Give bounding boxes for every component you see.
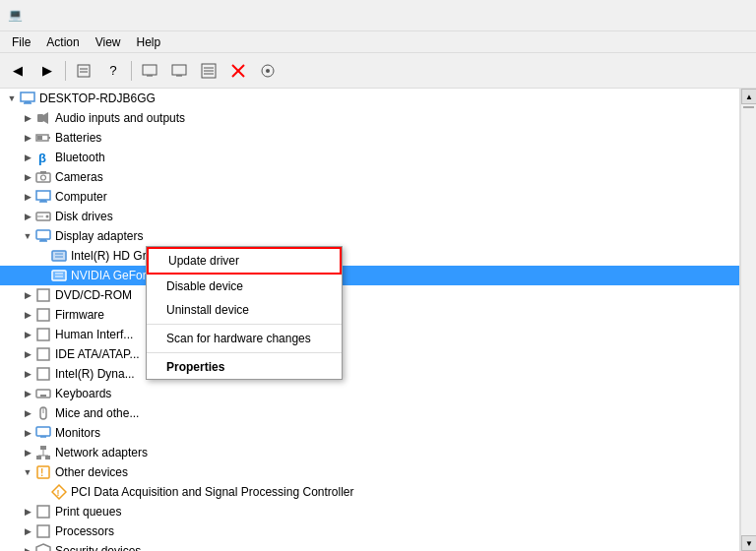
expander-icon[interactable]: ▶ [20, 543, 35, 551]
toolbar-remove[interactable] [224, 57, 252, 85]
tree-item[interactable]: ▼!Other devices [0, 462, 739, 482]
context-menu-item[interactable]: Properties [147, 355, 342, 379]
toolbar-back[interactable]: ◀ [4, 57, 32, 85]
scroll-down-arrow[interactable]: ▼ [741, 535, 756, 551]
tree-item[interactable]: ▶Batteries [0, 128, 739, 148]
menu-help[interactable]: Help [129, 33, 169, 51]
tree-item-label: Processors [55, 524, 114, 538]
tree-item-label: Human Interf... [55, 328, 133, 341]
toolbar-properties[interactable] [70, 57, 97, 85]
toolbar: ◀ ▶ ? [0, 53, 756, 89]
tree-item[interactable]: ▶IDE ATA/ATAP... [0, 344, 739, 364]
tree-item[interactable]: ▶Print queues [0, 502, 739, 521]
tree-item[interactable]: ▶Firmware [0, 305, 739, 325]
tree-item-label: Disk drives [55, 210, 113, 223]
toolbar-sep2 [131, 61, 132, 81]
tree-item[interactable]: ▶Audio inputs and outputs [0, 108, 739, 128]
context-menu-item[interactable]: Uninstall device [147, 298, 342, 322]
toolbar-help[interactable]: ? [99, 57, 127, 85]
generic-icon [35, 523, 51, 539]
expander-icon[interactable]: ▶ [20, 366, 35, 382]
tree-item[interactable]: ▶Disk drives [0, 207, 739, 226]
expander-icon[interactable]: ▶ [20, 425, 35, 441]
tree-item[interactable]: ▶Processors [0, 521, 739, 541]
scroll-track[interactable] [741, 104, 756, 535]
context-menu-item[interactable]: Update driver [147, 247, 342, 275]
expander-placeholder [35, 248, 51, 264]
menu-file[interactable]: File [4, 33, 38, 51]
tree-item[interactable]: NVIDIA GeForce 940M [0, 266, 739, 285]
toolbar-display1[interactable] [136, 57, 163, 85]
vertical-scrollbar[interactable]: ▲ ▼ [740, 89, 756, 551]
expander-icon[interactable]: ▶ [20, 307, 35, 323]
expander-icon[interactable]: ▶ [20, 287, 35, 303]
expander-icon[interactable]: ▶ [20, 150, 35, 165]
svg-rect-59 [36, 456, 41, 459]
expander-icon[interactable]: ▼ [20, 228, 35, 244]
tree-item[interactable]: ▶Cameras [0, 167, 739, 187]
tree-item[interactable]: Intel(R) HD Graphics 520 [0, 246, 739, 266]
context-menu-separator [147, 352, 342, 353]
maximize-button[interactable] [656, 0, 701, 31]
svg-rect-60 [45, 456, 50, 459]
minimize-button[interactable] [608, 0, 654, 31]
scroll-thumb[interactable] [743, 106, 754, 108]
tree-item[interactable]: ▶Monitors [0, 423, 739, 443]
expander-icon[interactable]: ▶ [20, 169, 35, 185]
svg-rect-56 [36, 427, 50, 436]
close-button[interactable] [703, 0, 748, 31]
generic-icon [35, 307, 51, 323]
toolbar-forward[interactable]: ▶ [33, 57, 61, 85]
security-icon [35, 543, 51, 551]
tree-item[interactable]: ▶Network adapters [0, 443, 739, 462]
expander-icon[interactable]: ▶ [20, 209, 35, 224]
tree-item-label: DVD/CD-ROM [55, 288, 132, 302]
svg-rect-48 [37, 368, 49, 380]
expander-icon[interactable]: ▼ [4, 91, 20, 106]
svg-rect-40 [52, 271, 66, 280]
tree-item-label: Network adapters [55, 446, 148, 459]
tree-item[interactable]: ▼Display adapters [0, 226, 739, 246]
svg-text:!: ! [40, 467, 43, 478]
scroll-up-arrow[interactable]: ▲ [741, 89, 756, 104]
menu-view[interactable]: View [88, 33, 129, 51]
tree-item[interactable]: ▶Human Interf... [0, 325, 739, 344]
tree-item-label: Monitors [55, 426, 100, 440]
tree-item[interactable]: ▶DVD/CD-ROM [0, 285, 739, 305]
toolbar-scan[interactable] [254, 57, 282, 85]
toolbar-sep1 [65, 61, 66, 81]
expander-icon[interactable]: ▶ [20, 386, 35, 401]
scan-icon [260, 63, 276, 79]
expander-icon[interactable]: ▶ [20, 327, 35, 342]
computer-icon [35, 189, 51, 205]
tree-item[interactable]: ▶Security devices [0, 541, 739, 551]
svg-rect-3 [143, 65, 157, 75]
gpu-icon [51, 268, 67, 283]
expander-icon[interactable]: ▶ [20, 110, 35, 126]
expander-icon[interactable]: ▶ [20, 504, 35, 520]
context-menu-item[interactable]: Disable device [147, 275, 342, 298]
expander-icon[interactable]: ▶ [20, 405, 35, 421]
expander-icon[interactable]: ▶ [20, 189, 35, 205]
context-menu-separator [147, 324, 342, 325]
expander-icon[interactable]: ▶ [20, 130, 35, 146]
tree-item[interactable]: !PCI Data Acquisition and Signal Process… [0, 482, 739, 502]
expander-icon[interactable]: ▼ [20, 464, 35, 480]
tree-item[interactable]: ▼DESKTOP-RDJB6GG [0, 89, 739, 108]
tree-item[interactable]: ▶Intel(R) Dyna... [0, 364, 739, 384]
toolbar-list[interactable] [195, 57, 222, 85]
tree-item[interactable]: ▶Computer [0, 187, 739, 207]
tree-item[interactable]: ▶Mice and othe... [0, 403, 739, 423]
tree-item[interactable]: ▶Keyboards [0, 384, 739, 403]
svg-rect-22 [37, 136, 42, 140]
toolbar-display2[interactable] [165, 57, 193, 85]
expander-icon[interactable]: ▶ [20, 346, 35, 362]
menu-action[interactable]: Action [38, 33, 87, 51]
tree-scroll[interactable]: ▼DESKTOP-RDJB6GG▶Audio inputs and output… [0, 89, 739, 551]
window-controls [608, 0, 748, 31]
context-menu-item[interactable]: Scan for hardware changes [147, 327, 342, 350]
tree-item-label: Keyboards [55, 387, 111, 400]
expander-icon[interactable]: ▶ [20, 523, 35, 539]
expander-icon[interactable]: ▶ [20, 445, 35, 460]
tree-item[interactable]: ▶βBluetooth [0, 148, 739, 167]
